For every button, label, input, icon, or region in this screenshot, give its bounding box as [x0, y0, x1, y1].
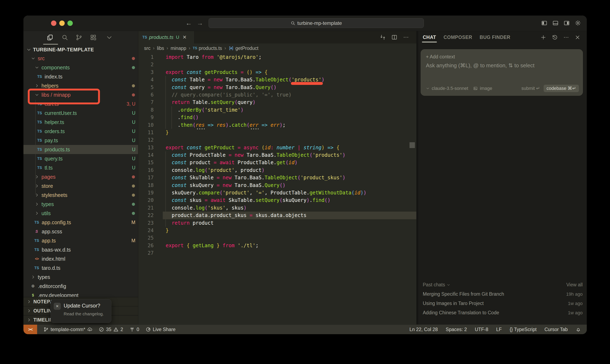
tab-close-icon[interactable]: ✕ [182, 34, 187, 40]
status-cursor-tab[interactable]: Cursor Tab [544, 327, 568, 332]
tree-item-baas-wx.d.ts[interactable]: TSbaas-wx.d.ts [23, 245, 138, 254]
tree-item-stylesheets[interactable]: stylesheets [23, 191, 138, 200]
code-line-8[interactable]: 8 .orderBy('start_time') [138, 106, 416, 114]
toggle-sidebar-icon[interactable] [541, 20, 547, 26]
split-editor-icon[interactable] [391, 34, 398, 40]
code-line-27[interactable]: 27 [138, 249, 416, 257]
close-chat-icon[interactable] [575, 34, 581, 40]
image-icon[interactable] [473, 86, 478, 91]
tree-item-types[interactable]: types [23, 273, 138, 282]
chat-tab-composer[interactable]: COMPOSER [444, 35, 472, 40]
toggle-panel-icon[interactable] [552, 20, 559, 26]
tree-item-app.config.ts[interactable]: TSapp.config.tsM [23, 218, 138, 227]
code-area[interactable]: 1import Taro from '@tarojs/taro';23expor… [138, 53, 416, 257]
model-selector[interactable]: claude-3.5-sonnet [432, 86, 468, 91]
code-line-18[interactable]: 18 const skuQuery = new Taro.BaaS.Query(… [138, 182, 416, 189]
breadcrumb-item-products.ts[interactable]: TSproducts.ts [193, 46, 222, 51]
tree-item-components[interactable]: components [23, 63, 138, 72]
breadcrumb-item-src[interactable]: src [144, 46, 151, 51]
code-line-4[interactable]: 4 const Table = new Taro.BaaS.TableObjec… [138, 76, 416, 83]
model-selector-chevron-icon[interactable] [426, 87, 430, 90]
code-line-25[interactable]: 25 [138, 234, 416, 242]
open-changes-icon[interactable] [380, 34, 386, 40]
source-control-icon[interactable] [75, 34, 83, 41]
code-line-7[interactable]: 7 return Table.setQuery(query) [138, 99, 416, 106]
ports-status[interactable]: 0 [129, 327, 139, 332]
new-chat-icon[interactable] [540, 34, 546, 40]
extensions-icon[interactable] [90, 34, 97, 41]
past-chat-item[interactable]: Using Images in Taro Project1w ago [423, 299, 583, 308]
past-chat-item[interactable]: Adding Chinese Translation to Code1w ago [423, 308, 583, 317]
status-utf-8[interactable]: UTF-8 [475, 327, 488, 332]
tree-item-app.scss[interactable]: Sapp.scss [23, 227, 138, 236]
search-view-icon[interactable] [61, 34, 69, 41]
tab-products-ts[interactable]: TS products.ts U ✕ [138, 31, 195, 43]
git-branch-status[interactable]: template-comm* [43, 327, 93, 332]
chat-history-icon[interactable] [552, 34, 558, 40]
tree-item-helper.ts[interactable]: TShelper.tsU [23, 117, 138, 127]
problems-status[interactable]: 35 2 [99, 327, 123, 332]
code-line-22[interactable]: 22 product.data.product_skus = skus.data… [138, 212, 416, 219]
nav-forward-button[interactable]: → [197, 19, 203, 27]
tree-item-store[interactable]: store [23, 181, 138, 191]
tree-item-tl.ts[interactable]: TStl.tsU [23, 163, 138, 172]
code-line-12[interactable]: 12 [138, 136, 416, 144]
tree-item-types[interactable]: types [23, 200, 138, 209]
panel-divider[interactable] [416, 31, 418, 325]
past-chats-header[interactable]: Past chats [423, 282, 450, 288]
code-line-11[interactable]: 11} [138, 129, 416, 136]
status-spaces-2[interactable]: Spaces: 2 [446, 327, 467, 332]
tree-item-.editorconfig[interactable]: ⚙.editorconfig [23, 282, 138, 291]
toast-close-icon[interactable]: ✕ [54, 303, 61, 310]
tree-item-pay.ts[interactable]: TSpay.tsU [23, 136, 138, 145]
more-views-icon[interactable] [106, 34, 113, 41]
codebase-button[interactable]: codebase ⌘↵ [544, 85, 579, 92]
tree-item-query.ts[interactable]: TSquery.tsU [23, 154, 138, 163]
code-line-24[interactable]: 24} [138, 227, 416, 234]
code-line-17[interactable]: 17 const SkuTable = new Taro.BaaS.TableO… [138, 174, 416, 181]
code-line-26[interactable]: 26export { getLang } from './tl'; [138, 242, 416, 249]
code-line-9[interactable]: 9 .find() [138, 114, 416, 121]
chat-more-icon[interactable] [563, 34, 569, 40]
code-line-20[interactable]: 20 const skus = await SkuTable.setQuery(… [138, 196, 416, 204]
image-button[interactable]: image [480, 86, 492, 91]
code-line-3[interactable]: 3export const getProducts = () => { [138, 68, 416, 76]
bell-icon[interactable] [576, 327, 581, 332]
editor-scrollbar[interactable] [410, 142, 415, 148]
status--typescript[interactable]: {} TypeScript [510, 327, 537, 332]
code-line-10[interactable]: 10 .then(res => res).catch(err => err); [138, 121, 416, 129]
tree-item-orders.ts[interactable]: TSorders.tsU [23, 127, 138, 136]
code-line-14[interactable]: 14 const ProductTable = new Taro.BaaS.Ta… [138, 151, 416, 159]
submit-button[interactable]: submit ↵ [521, 86, 540, 91]
code-line-2[interactable]: 2 [138, 61, 416, 68]
explorer-icon[interactable] [46, 34, 54, 41]
breadcrumb[interactable]: src›libs›minapp›TSproducts.ts›getProduct [138, 43, 416, 53]
nav-back-button[interactable]: ← [186, 19, 192, 27]
code-line-15[interactable]: 15 const product = await ProductTable.ge… [138, 159, 416, 166]
status-ln-22-col-28[interactable]: Ln 22, Col 28 [410, 327, 438, 332]
chat-tab-chat[interactable]: CHAT [423, 35, 436, 40]
code-line-21[interactable]: 21 console.log('skus', skus) [138, 204, 416, 212]
command-center-search[interactable]: turbine-mp-template [208, 18, 424, 28]
live-share-status[interactable]: Live Share [146, 327, 176, 332]
code-line-5[interactable]: 5 const query = new Taro.BaaS.Query() [138, 84, 416, 91]
explorer-root-header[interactable]: TURBINE-MP-TEMPLATE [23, 45, 138, 54]
breadcrumb-item-getproduct[interactable]: getProduct [228, 46, 258, 51]
view-all-link[interactable]: View all [566, 282, 583, 288]
breadcrumb-item-minapp[interactable]: minapp [171, 46, 186, 51]
code-line-1[interactable]: 1import Taro from '@tarojs/taro'; [138, 53, 416, 61]
close-window-button[interactable] [51, 21, 56, 26]
tree-item-app.ts[interactable]: TSapp.tsM [23, 236, 138, 245]
code-line-23[interactable]: 23 return product [138, 219, 416, 227]
tree-item-src[interactable]: src [23, 54, 138, 63]
toggle-secondary-sidebar-icon[interactable] [564, 20, 570, 26]
minimize-window-button[interactable] [59, 21, 65, 26]
tree-item-currentuser.ts[interactable]: TScurrentUser.tsU [23, 108, 138, 117]
tree-item-index.html[interactable]: <>index.html [23, 254, 138, 263]
code-line-16[interactable]: 16 console.log('product', product) [138, 167, 416, 174]
code-line-19[interactable]: 19 skuQuery.compare('product', '=', Prod… [138, 189, 416, 196]
status-lf[interactable]: LF [496, 327, 502, 332]
remote-indicator[interactable]: >< [23, 325, 37, 334]
chat-input-box[interactable]: + Add context Ask anything (⌘L), @ to me… [421, 49, 583, 96]
tree-item-pages[interactable]: pages [23, 172, 138, 181]
